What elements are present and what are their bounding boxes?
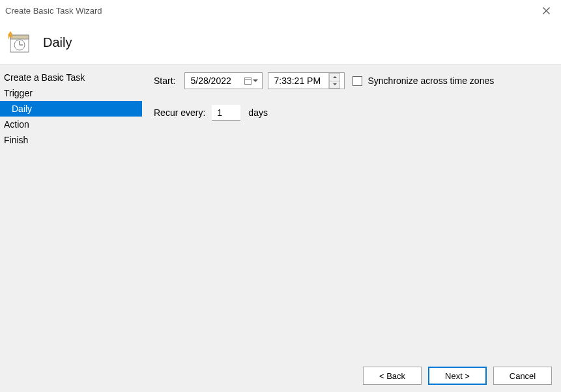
svg-rect-3 bbox=[10, 35, 29, 39]
sync-timezones-label: Synchronize across time zones bbox=[367, 76, 494, 86]
time-spinner bbox=[328, 73, 340, 89]
cancel-button[interactable]: Cancel bbox=[493, 367, 552, 385]
sidebar-item-daily[interactable]: Daily bbox=[0, 101, 142, 117]
close-button[interactable] bbox=[531, 0, 561, 21]
recur-prefix-label: Recur every: bbox=[154, 107, 205, 118]
wizard-sidebar: Create a Basic Task Trigger Daily Action… bbox=[0, 64, 142, 359]
recur-row: Recur every: days bbox=[154, 105, 549, 120]
arrow-down-icon bbox=[333, 83, 337, 85]
back-button[interactable]: < Back bbox=[363, 367, 422, 385]
calendar-icon bbox=[244, 77, 252, 85]
page-title: Daily bbox=[42, 35, 72, 50]
wizard-body: Create a Basic Task Trigger Daily Action… bbox=[0, 64, 561, 359]
arrow-up-icon bbox=[333, 76, 337, 78]
sidebar-item-action[interactable]: Action bbox=[0, 117, 142, 132]
start-label: Start: bbox=[154, 76, 175, 86]
date-picker[interactable]: 5/28/2022 bbox=[184, 72, 263, 89]
next-button[interactable]: Next > bbox=[428, 367, 487, 385]
start-row: Start: 5/28/2022 7:33:21 PM bbox=[154, 72, 549, 89]
date-value: 5/28/2022 bbox=[190, 76, 231, 86]
close-icon bbox=[543, 7, 550, 14]
time-picker[interactable]: 7:33:21 PM bbox=[268, 72, 345, 89]
calendar-dropdown-button[interactable] bbox=[244, 77, 258, 85]
time-value: 7:33:21 PM bbox=[274, 76, 321, 86]
wizard-footer: < Back Next > Cancel bbox=[0, 359, 561, 392]
sidebar-item-create-basic-task[interactable]: Create a Basic Task bbox=[0, 70, 142, 85]
time-spinner-down[interactable] bbox=[329, 81, 340, 89]
sync-timezones-option: Synchronize across time zones bbox=[352, 76, 494, 86]
sync-timezones-checkbox[interactable] bbox=[352, 76, 362, 86]
wizard-content: Start: 5/28/2022 7:33:21 PM bbox=[142, 64, 561, 359]
sidebar-item-trigger[interactable]: Trigger bbox=[0, 85, 142, 101]
wizard-header: Daily bbox=[0, 21, 561, 64]
wizard-window: Create Basic Task Wizard Daily Create a … bbox=[0, 0, 561, 392]
time-spinner-up[interactable] bbox=[329, 73, 340, 81]
recur-input[interactable] bbox=[212, 105, 240, 120]
window-title: Create Basic Task Wizard bbox=[5, 6, 102, 16]
recur-suffix-label: days bbox=[248, 107, 268, 118]
task-wizard-icon bbox=[7, 30, 31, 55]
titlebar: Create Basic Task Wizard bbox=[0, 0, 561, 21]
sidebar-item-finish[interactable]: Finish bbox=[0, 132, 142, 148]
chevron-down-icon bbox=[253, 79, 258, 82]
